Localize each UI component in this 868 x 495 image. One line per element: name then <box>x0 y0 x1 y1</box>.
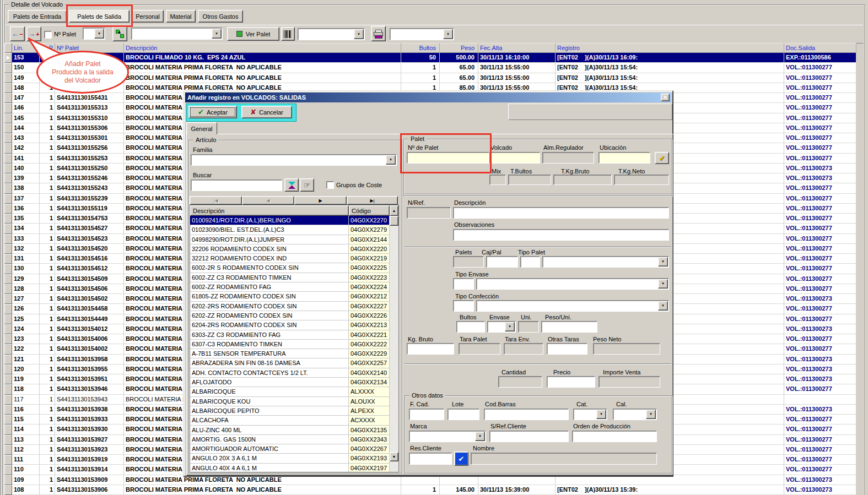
tab-material[interactable]: Material <box>166 10 196 23</box>
observaciones-field[interactable] <box>453 229 669 241</box>
row-selector[interactable] <box>4 415 12 425</box>
ubicacion-field[interactable] <box>599 152 650 164</box>
article-row[interactable]: ALBARICOQUE ALXXXX <box>190 387 390 396</box>
tipo-confeccion-select[interactable]: FILMADO 10 KG. ▼ <box>476 300 669 312</box>
row-selector[interactable] <box>4 485 12 495</box>
article-row[interactable]: AMORTIG. GAS 1500N 04G0XX2343 <box>190 435 390 444</box>
row-selector[interactable] <box>4 113 12 123</box>
tab-otros-gastos[interactable]: Otros Gastos <box>198 10 243 23</box>
row-selector[interactable] <box>4 365 12 374</box>
barcode-button[interactable] <box>281 27 295 41</box>
tipo-confeccion-code-field[interactable]: GB <box>453 300 474 312</box>
row-selector[interactable] <box>4 103 12 113</box>
row-selector[interactable] <box>4 425 12 434</box>
article-row[interactable]: ALU-ZINC 400 ML 04G0XX2135 <box>190 426 390 435</box>
familia-select[interactable]: TODAS ▼ <box>191 154 397 166</box>
row-selector[interactable] <box>4 73 12 83</box>
article-row[interactable]: 6303-ZZ C3 RODAMIENTO FAG 04G0XX2221 <box>190 330 390 340</box>
expand-palets-button[interactable]: ▼ <box>112 26 127 41</box>
row-selector[interactable] <box>4 224 12 233</box>
pick-article-button[interactable]: ☞ <box>300 178 314 192</box>
table-row[interactable]: 108 1 S44131130153906 BROCOLI MATERIA PR… <box>4 485 856 495</box>
article-row[interactable]: ABRAZADERA SIN FIN 08-16 DAMESA 04G0XX22… <box>190 358 390 368</box>
article-row[interactable]: 61805-ZZ RODAMIENTO CODEX SIN 04G0XX2212 <box>190 292 390 301</box>
row-selector[interactable]: ▶ <box>4 53 12 63</box>
chevron-down-icon[interactable]: ▼ <box>475 432 485 441</box>
col-header-registro[interactable]: Registro <box>556 43 784 53</box>
article-row[interactable]: ALBARICOQUE PEPITO ALPEXX <box>190 406 390 416</box>
chevron-down-icon[interactable]: ▼ <box>386 155 396 165</box>
row-selector[interactable] <box>4 304 12 314</box>
article-row[interactable]: 6002-2R S RODAMIENTO CODEX SIN 04G0XX222… <box>190 263 390 273</box>
chevron-down-icon[interactable]: ▼ <box>94 29 104 39</box>
article-row[interactable]: 01009241/ROT.DIR.(A.L)BERLINGO 04G0XX227… <box>190 216 390 225</box>
chevron-down-icon[interactable]: ▼ <box>596 410 606 419</box>
tipo-envase-code-field[interactable]: 19 <box>453 278 474 290</box>
row-selector[interactable] <box>4 384 12 394</box>
chevron-down-icon[interactable]: ▼ <box>658 257 668 266</box>
bultos-field[interactable]: 0 <box>456 321 485 333</box>
cajpal-field[interactable]: 50 <box>486 256 518 268</box>
codbarras-field[interactable] <box>484 409 569 420</box>
row-selector[interactable] <box>4 475 12 485</box>
row-selector[interactable] <box>4 355 12 365</box>
tab-general[interactable]: General <box>186 122 217 134</box>
nav-prev-button[interactable]: ◀ <box>242 196 294 205</box>
col-header-docsalida[interactable]: Doc.Salida <box>784 43 856 53</box>
tab-palets-entrada[interactable]: Palets de Entrada <box>8 10 67 23</box>
table-row[interactable]: 150 BROCOLI MATERIA PRIMA FLORETA NO APL… <box>4 63 856 73</box>
article-row[interactable]: 32212 RODAMIENTO CODEX IND 04G0XX2219 <box>190 254 390 263</box>
article-row[interactable]: 6002-ZZ C3 RODAMIENTO TIMKEN 04G0XX2223 <box>190 273 390 282</box>
col-header-fecalta[interactable]: Fec.Alta <box>478 43 556 53</box>
article-row[interactable]: 6002-ZZ RODAMIENTO FAG 04G0XX2224 <box>190 282 390 292</box>
row-selector[interactable] <box>4 154 12 164</box>
envase-select[interactable]: CO ▼ <box>487 321 516 333</box>
volcado-field[interactable]: 441300007 <box>489 152 540 164</box>
article-row[interactable]: ADH. CONTACTO CONTACTCEYS 1/2 LT. 04G0XX… <box>190 368 390 378</box>
buscar-input[interactable] <box>191 179 282 191</box>
ver-palet-button[interactable]: Ver Palet <box>227 27 279 41</box>
select-cliente-button[interactable]: ✔ <box>454 452 468 466</box>
cal-select[interactable]: ▼ <box>613 409 657 420</box>
close-button[interactable]: ✕ <box>661 94 670 101</box>
sgcoste-select[interactable]: S/GCOSTE ▼ <box>298 28 365 40</box>
article-row[interactable]: AMORTIGUADOR AUTOMATIC 04G0XX2267 <box>190 444 390 454</box>
print-button[interactable] <box>371 26 386 41</box>
accept-button[interactable]: ✔ Aceptar <box>188 106 237 118</box>
linea-select[interactable]: LINEA ▼ <box>131 28 223 40</box>
row-selector[interactable] <box>4 194 12 204</box>
tab-personal[interactable]: Personal <box>132 10 164 23</box>
lote-field[interactable] <box>448 409 479 420</box>
article-row[interactable]: ANGULO 40X 4 A 6,1 M 04G0XX2197 <box>190 464 390 472</box>
row-selector[interactable] <box>4 83 12 93</box>
article-row[interactable]: ANGULO 20X 3 A 6,1 M 04G0XX2193 <box>190 454 390 463</box>
list-header-descripcion[interactable]: Descripción <box>190 205 349 216</box>
kgbruto-field[interactable]: 0.00 <box>407 343 454 355</box>
article-row[interactable]: 6202-2RS RODAMIENTO CODEX SIN 04G0XX2227 <box>190 302 390 311</box>
row-selector[interactable] <box>4 164 12 173</box>
row-selector[interactable] <box>4 93 12 103</box>
article-row[interactable]: ALCACHOFA ACXXXX <box>190 416 390 425</box>
article-row[interactable]: 32206 RODAMIENTO CODEX SIN 04G0XX2220 <box>190 244 390 254</box>
row-selector[interactable] <box>4 234 12 244</box>
scroll-up-button[interactable]: ▲ <box>390 205 398 216</box>
list-scrollbar[interactable]: ▼ <box>390 216 398 472</box>
row-selector[interactable] <box>4 465 12 475</box>
article-row[interactable]: 6204-2RS RODAMIENTO CODEX SIN 04G0XX2213 <box>190 320 390 330</box>
article-row[interactable]: ALBARICOQUE KOU ALOUXX <box>190 397 390 406</box>
row-selector[interactable] <box>4 274 12 284</box>
validate-ubicacion-button[interactable]: ✔ <box>655 152 669 164</box>
article-row[interactable]: AFLOJATODO 04G0XX2134 <box>190 378 390 387</box>
row-selector[interactable] <box>4 173 12 183</box>
table-row[interactable]: ▶ 153 BROCOLI FILMADO 10 KG. EPS 24 AZUL… <box>4 53 856 63</box>
row-selector[interactable] <box>4 183 12 193</box>
row-selector[interactable] <box>4 244 12 254</box>
row-selector[interactable] <box>4 123 12 133</box>
table-row[interactable]: 149 BROCOLI MATERIA PRIMA FLORETA NO APL… <box>4 73 856 83</box>
chevron-down-icon[interactable]: ▼ <box>658 279 668 289</box>
sref-field[interactable]: 58128 <box>489 431 569 442</box>
row-selector[interactable] <box>4 254 12 264</box>
row-selector[interactable] <box>4 264 12 274</box>
row-selector[interactable] <box>4 63 12 73</box>
res-cliente-field[interactable] <box>409 453 452 465</box>
